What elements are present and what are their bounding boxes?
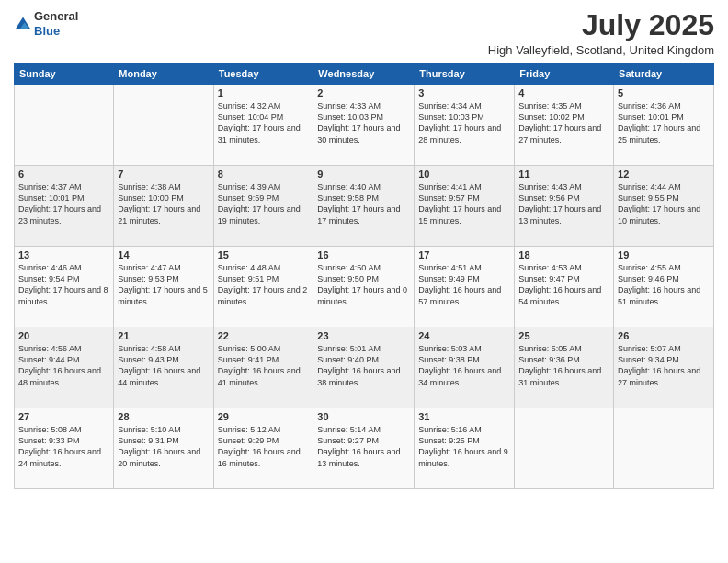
day-info: Sunrise: 5:05 AMSunset: 9:36 PMDaylight:… <box>518 344 601 386</box>
day-info: Sunrise: 5:10 AMSunset: 9:31 PMDaylight:… <box>118 425 200 467</box>
day-info: Sunrise: 4:51 AMSunset: 9:49 PMDaylight:… <box>418 263 501 305</box>
day-number: 23 <box>317 330 410 341</box>
table-row: 3Sunrise: 4:34 AMSunset: 10:03 PMDayligh… <box>415 85 515 166</box>
table-row: 4Sunrise: 4:35 AMSunset: 10:02 PMDayligh… <box>515 85 614 166</box>
col-wednesday: Wednesday <box>313 63 415 85</box>
logo-line2: Blue <box>34 24 78 39</box>
table-row: 18Sunrise: 4:53 AMSunset: 9:47 PMDayligh… <box>515 247 614 327</box>
day-info: Sunrise: 4:36 AMSunset: 10:01 PMDaylight… <box>618 101 700 144</box>
day-info: Sunrise: 4:35 AMSunset: 10:02 PMDaylight… <box>518 101 601 144</box>
day-number: 14 <box>118 249 209 260</box>
day-number: 2 <box>317 87 410 98</box>
table-row: 6Sunrise: 4:37 AMSunset: 10:01 PMDayligh… <box>15 166 114 247</box>
table-row <box>15 85 114 166</box>
day-number: 17 <box>418 249 510 260</box>
col-monday: Monday <box>114 63 213 85</box>
table-row: 31Sunrise: 5:16 AMSunset: 9:25 PMDayligh… <box>415 408 515 489</box>
day-number: 12 <box>618 168 710 179</box>
table-row <box>614 408 714 489</box>
table-row: 28Sunrise: 5:10 AMSunset: 9:31 PMDayligh… <box>114 408 213 489</box>
day-number: 19 <box>618 249 710 260</box>
table-row: 2Sunrise: 4:33 AMSunset: 10:03 PMDayligh… <box>313 85 415 166</box>
table-row <box>114 85 213 166</box>
day-number: 20 <box>18 330 109 341</box>
col-saturday: Saturday <box>614 63 714 85</box>
subtitle: High Valleyfield, Scotland, United Kingd… <box>488 43 714 57</box>
calendar-header-row: Sunday Monday Tuesday Wednesday Thursday… <box>15 63 714 85</box>
day-number: 1 <box>218 87 310 98</box>
day-info: Sunrise: 5:03 AMSunset: 9:38 PMDaylight:… <box>418 344 501 386</box>
table-row: 21Sunrise: 4:58 AMSunset: 9:43 PMDayligh… <box>114 327 213 408</box>
logo-text: General Blue <box>34 9 78 38</box>
col-sunday: Sunday <box>15 63 114 85</box>
day-info: Sunrise: 4:46 AMSunset: 9:54 PMDaylight:… <box>18 263 108 305</box>
table-row: 12Sunrise: 4:44 AMSunset: 9:55 PMDayligh… <box>614 166 714 247</box>
day-number: 11 <box>518 168 609 179</box>
table-row: 25Sunrise: 5:05 AMSunset: 9:36 PMDayligh… <box>515 327 614 408</box>
col-friday: Friday <box>515 63 614 85</box>
day-info: Sunrise: 4:32 AMSunset: 10:04 PMDaylight… <box>218 101 301 144</box>
day-number: 18 <box>518 249 609 260</box>
day-number: 29 <box>218 411 310 422</box>
day-number: 13 <box>18 249 109 260</box>
day-info: Sunrise: 4:37 AMSunset: 10:01 PMDaylight… <box>18 182 101 224</box>
table-row: 22Sunrise: 5:00 AMSunset: 9:41 PMDayligh… <box>213 327 313 408</box>
week-row-4: 27Sunrise: 5:08 AMSunset: 9:33 PMDayligh… <box>15 408 714 489</box>
day-info: Sunrise: 4:50 AMSunset: 9:50 PMDaylight:… <box>317 263 407 305</box>
day-number: 24 <box>418 330 510 341</box>
day-info: Sunrise: 4:58 AMSunset: 9:43 PMDaylight:… <box>118 344 200 386</box>
day-number: 31 <box>418 411 510 422</box>
day-info: Sunrise: 5:00 AMSunset: 9:41 PMDaylight:… <box>218 344 301 386</box>
day-info: Sunrise: 4:44 AMSunset: 9:55 PMDaylight:… <box>618 182 700 224</box>
day-number: 22 <box>218 330 310 341</box>
table-row: 10Sunrise: 4:41 AMSunset: 9:57 PMDayligh… <box>415 166 515 247</box>
day-info: Sunrise: 5:01 AMSunset: 9:40 PMDaylight:… <box>317 344 400 386</box>
day-info: Sunrise: 4:53 AMSunset: 9:47 PMDaylight:… <box>518 263 601 305</box>
day-number: 26 <box>618 330 710 341</box>
week-row-3: 20Sunrise: 4:56 AMSunset: 9:44 PMDayligh… <box>15 327 714 408</box>
title-block: July 2025 High Valleyfield, Scotland, Un… <box>488 9 714 57</box>
day-number: 9 <box>317 168 410 179</box>
col-tuesday: Tuesday <box>213 63 313 85</box>
logo-line1: General <box>34 9 78 24</box>
page: General Blue July 2025 High Valleyfield,… <box>0 0 728 563</box>
day-info: Sunrise: 4:41 AMSunset: 9:57 PMDaylight:… <box>418 182 501 224</box>
calendar-body: 1Sunrise: 4:32 AMSunset: 10:04 PMDayligh… <box>15 85 714 489</box>
day-info: Sunrise: 4:38 AMSunset: 10:00 PMDaylight… <box>118 182 200 224</box>
week-row-2: 13Sunrise: 4:46 AMSunset: 9:54 PMDayligh… <box>15 247 714 327</box>
day-number: 4 <box>518 87 609 98</box>
day-number: 5 <box>618 87 710 98</box>
day-number: 21 <box>118 330 209 341</box>
table-row: 19Sunrise: 4:55 AMSunset: 9:46 PMDayligh… <box>614 247 714 327</box>
day-info: Sunrise: 5:08 AMSunset: 9:33 PMDaylight:… <box>18 425 101 467</box>
day-info: Sunrise: 4:55 AMSunset: 9:46 PMDaylight:… <box>618 263 700 305</box>
day-number: 16 <box>317 249 410 260</box>
logo-icon <box>14 15 32 33</box>
day-number: 25 <box>518 330 609 341</box>
table-row: 1Sunrise: 4:32 AMSunset: 10:04 PMDayligh… <box>213 85 313 166</box>
table-row: 8Sunrise: 4:39 AMSunset: 9:59 PMDaylight… <box>213 166 313 247</box>
header: General Blue July 2025 High Valleyfield,… <box>14 9 714 57</box>
day-number: 10 <box>418 168 510 179</box>
table-row: 30Sunrise: 5:14 AMSunset: 9:27 PMDayligh… <box>313 408 415 489</box>
table-row: 27Sunrise: 5:08 AMSunset: 9:33 PMDayligh… <box>15 408 114 489</box>
table-row <box>515 408 614 489</box>
day-info: Sunrise: 5:16 AMSunset: 9:25 PMDaylight:… <box>418 425 508 467</box>
col-thursday: Thursday <box>415 63 515 85</box>
table-row: 14Sunrise: 4:47 AMSunset: 9:53 PMDayligh… <box>114 247 213 327</box>
day-number: 6 <box>18 168 109 179</box>
logo: General Blue <box>14 9 78 38</box>
day-number: 15 <box>218 249 310 260</box>
day-number: 3 <box>418 87 510 98</box>
day-info: Sunrise: 4:56 AMSunset: 9:44 PMDaylight:… <box>18 344 101 386</box>
table-row: 23Sunrise: 5:01 AMSunset: 9:40 PMDayligh… <box>313 327 415 408</box>
day-info: Sunrise: 4:43 AMSunset: 9:56 PMDaylight:… <box>518 182 601 224</box>
day-info: Sunrise: 4:34 AMSunset: 10:03 PMDaylight… <box>418 101 501 144</box>
table-row: 11Sunrise: 4:43 AMSunset: 9:56 PMDayligh… <box>515 166 614 247</box>
table-row: 24Sunrise: 5:03 AMSunset: 9:38 PMDayligh… <box>415 327 515 408</box>
day-info: Sunrise: 4:39 AMSunset: 9:59 PMDaylight:… <box>218 182 301 224</box>
day-info: Sunrise: 4:33 AMSunset: 10:03 PMDaylight… <box>317 101 400 144</box>
day-info: Sunrise: 5:07 AMSunset: 9:34 PMDaylight:… <box>618 344 700 386</box>
day-number: 27 <box>18 411 109 422</box>
table-row: 9Sunrise: 4:40 AMSunset: 9:58 PMDaylight… <box>313 166 415 247</box>
